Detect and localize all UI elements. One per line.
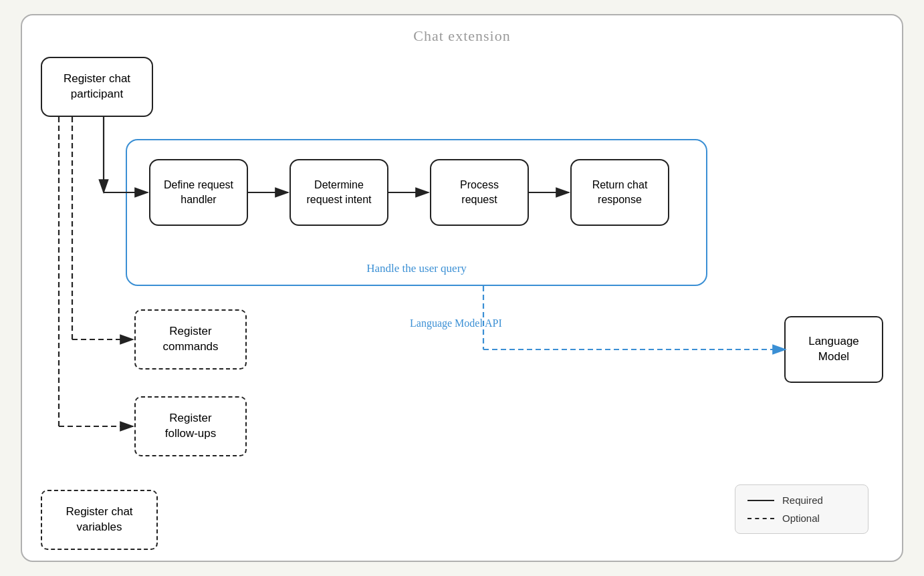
legend-dashed-line: [747, 518, 774, 519]
legend: Required Optional: [735, 484, 869, 534]
legend-solid-line: [747, 500, 774, 501]
blue-group-label: Handle the user query: [366, 262, 467, 275]
diagram-container: Chat extension Register chat participant…: [21, 14, 903, 562]
arrows-svg: [22, 15, 902, 561]
legend-optional-label: Optional: [782, 513, 820, 524]
box-participant: Register chat participant: [41, 57, 153, 117]
legend-required: Required: [747, 494, 856, 506]
box-followups: Register follow-ups: [134, 396, 247, 456]
legend-required-label: Required: [782, 494, 823, 506]
box-define: Define request handler: [149, 159, 248, 226]
box-process: Process request: [430, 159, 529, 226]
box-determine: Determine request intent: [290, 159, 388, 226]
language-model-api-label: Language Model API: [410, 317, 502, 329]
box-commands: Register commands: [134, 309, 247, 370]
diagram-title: Chat extension: [413, 27, 510, 45]
box-variables: Register chat variables: [41, 490, 158, 550]
box-return: Return chat response: [570, 159, 669, 226]
box-language-model: Language Model: [784, 316, 883, 383]
legend-optional: Optional: [747, 513, 856, 524]
